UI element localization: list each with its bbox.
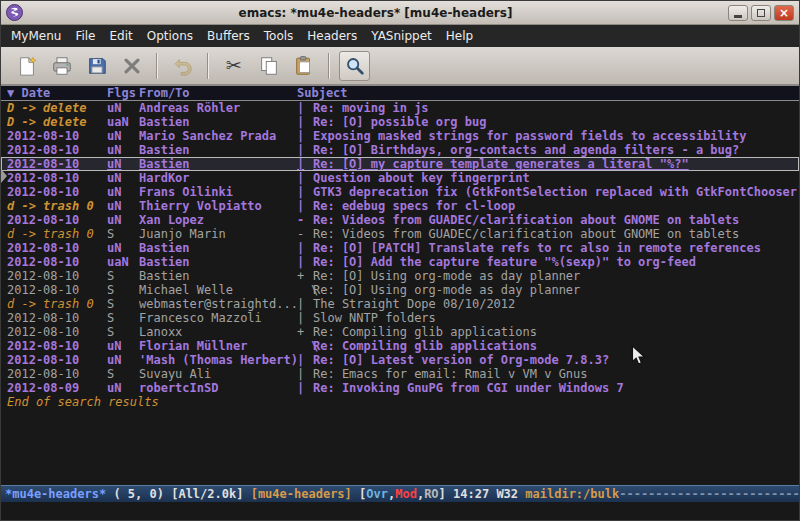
row-flags: uN [107, 157, 139, 171]
minimize-button[interactable] [728, 5, 748, 21]
new-file-button[interactable] [11, 51, 42, 81]
menu-item-mymenu[interactable]: MyMenu [4, 26, 68, 46]
row-from: 'Mash (Thomas Herbert) [139, 353, 297, 367]
header-line: ▼ Date Flgs From/To Subject [1, 85, 799, 101]
row-date: D -> delete [7, 115, 107, 129]
row-flags: uN [107, 213, 139, 227]
maximize-button[interactable] [751, 5, 771, 21]
row-from: Bastien [139, 115, 297, 129]
row-date: 2012-08-10 [7, 311, 107, 325]
row-date: 2012-08-10 [7, 339, 107, 353]
row-from: Juanjo Marin [139, 227, 297, 241]
header-row[interactable]: 2012-08-10 uN Florian Müllner \ Re: Comp… [1, 339, 799, 353]
row-thread-separator: | [297, 143, 313, 157]
close-button[interactable] [116, 51, 147, 81]
row-subject: Re: [O] Birthdays, org-contacts and agen… [313, 143, 799, 157]
header-row[interactable]: d -> trash 0 S webmaster@straightd... | … [1, 297, 799, 311]
title-bar: emacs: *mu4e-headers* [mu4e-headers] × [1, 1, 799, 25]
new-file-icon [16, 55, 38, 77]
row-subject: Re: [O] my capture template generates a … [313, 157, 799, 171]
undo-button[interactable] [167, 51, 198, 81]
row-from: Bastien [139, 157, 297, 171]
row-subject: Re: [O] Add the capture feature "%(sexp)… [313, 255, 799, 269]
mouse-cursor [631, 345, 647, 367]
modeline-segment: ( 5, 0) [106, 487, 171, 501]
minibuffer-echo-area[interactable] [1, 502, 799, 520]
header-row[interactable]: 2012-08-10 S Bastien + Re: [O] Using org… [1, 269, 799, 283]
copy-button[interactable] [253, 51, 284, 81]
row-flags: uN [107, 353, 139, 367]
row-subject: Re: Emacs for email: Rmail v VM v Gnus [313, 367, 799, 381]
header-row[interactable]: 2012-08-10 S Francesco Mazzoli | Slow NN… [1, 311, 799, 325]
menu-item-buffers[interactable]: Buffers [200, 26, 257, 46]
header-row[interactable]: 2012-08-10 uN 'Mash (Thomas Herbert) | R… [1, 353, 799, 367]
row-date: 2012-08-10 [7, 157, 107, 171]
menu-item-file[interactable]: File [68, 26, 102, 46]
row-thread-separator: \ [297, 283, 313, 297]
row-date: 2012-08-10 [7, 367, 107, 381]
toolbar-separator [207, 53, 209, 79]
header-row[interactable]: 2012-08-10 S Michael Welle \ Re: [O] Usi… [1, 283, 799, 297]
header-row[interactable]: 2012-08-10 uN Xan Lopez - Re: Videos fro… [1, 213, 799, 227]
row-subject: GTK3 deprecation fix (GtkFontSelection r… [313, 185, 799, 199]
copy-icon [258, 55, 280, 77]
menu-item-tools[interactable]: Tools [257, 26, 301, 46]
row-thread-separator: | [297, 157, 313, 171]
search-button[interactable] [339, 51, 370, 81]
header-row[interactable]: 2012-08-10 S Suvayu Ali | Re: Emacs for … [1, 367, 799, 381]
modeline-segment: Ovr [366, 487, 388, 501]
header-row[interactable]: D -> delete uaN Bastien | Re: [O] possib… [1, 115, 799, 129]
menu-item-options[interactable]: Options [140, 26, 200, 46]
menu-item-yasnippet[interactable]: YASnippet [364, 26, 439, 46]
window-title: emacs: *mu4e-headers* [mu4e-headers] [23, 6, 728, 20]
paste-icon [293, 55, 315, 77]
header-row[interactable]: 2012-08-10 uN HardKor | Question about k… [1, 171, 799, 185]
row-subject: Re: Videos from GUADEC/clarification abo… [313, 227, 799, 241]
header-row[interactable]: 2012-08-10 uN Bastien | Re: [O] Birthday… [1, 143, 799, 157]
row-date: 2012-08-10 [7, 129, 107, 143]
header-row[interactable]: 2012-08-10 uaN Bastien | Re: [O] Add the… [1, 255, 799, 269]
header-row[interactable]: 2012-08-10 S Lanoxx + Re: Compiling glib… [1, 325, 799, 339]
menu-item-edit[interactable]: Edit [103, 26, 140, 46]
menu-item-help[interactable]: Help [439, 26, 480, 46]
row-subject: Re: moving in js [313, 101, 799, 115]
row-date: 2012-08-10 [7, 241, 107, 255]
row-from: Michael Welle [139, 283, 297, 297]
header-row[interactable]: 2012-08-10 uN Bastien | Re: [O] my captu… [1, 157, 799, 171]
row-thread-separator: | [297, 101, 313, 115]
row-from: webmaster@straightd... [139, 297, 297, 311]
row-flags: uN [107, 339, 139, 353]
cut-button[interactable]: ✂ [218, 51, 249, 81]
header-row[interactable]: D -> delete uN Andreas Röhler | Re: movi… [1, 101, 799, 115]
column-header-flags[interactable]: Flgs [107, 86, 139, 100]
menu-item-headers[interactable]: Headers [300, 26, 364, 46]
row-from: Bastien [139, 143, 297, 157]
toolbar: ✂ [1, 47, 799, 85]
header-row[interactable]: d -> trash 0 S Juanjo Marin - Re: Videos… [1, 227, 799, 241]
emacs-window: emacs: *mu4e-headers* [mu4e-headers] × M… [0, 0, 800, 521]
column-header-subject[interactable]: Subject [297, 86, 799, 100]
row-flags: S [107, 269, 139, 283]
row-flags: S [107, 297, 139, 311]
header-row[interactable]: 2012-08-10 uN Bastien | Re: [O] [PATCH] … [1, 241, 799, 255]
header-row[interactable]: 2012-08-09 uN robertcInSD | Re: Invoking… [1, 381, 799, 395]
header-row[interactable]: 2012-08-10 uN Frans Oilinki | GTK3 depre… [1, 185, 799, 199]
modeline-segment: [All/2.0k] [171, 487, 250, 501]
column-header-from[interactable]: From/To [139, 86, 297, 100]
print-button[interactable] [46, 51, 77, 81]
paste-button[interactable] [288, 51, 319, 81]
row-thread-separator: | [297, 311, 313, 325]
close-button[interactable]: × [774, 5, 794, 21]
modeline-segment: 14:27 W32 [453, 487, 525, 501]
header-row[interactable]: d -> trash 0 uN Thierry Volpiatto | Re: … [1, 199, 799, 213]
column-header-date[interactable]: ▼ Date [7, 86, 107, 100]
emacs-app-icon [6, 4, 23, 21]
save-button[interactable] [81, 51, 112, 81]
headers-list: D -> delete uN Andreas Röhler | Re: movi… [1, 101, 799, 485]
row-from: Florian Müllner [139, 339, 297, 353]
header-row[interactable]: 2012-08-10 uN Mario Sanchez Prada | Expo… [1, 129, 799, 143]
row-thread-separator: | [297, 115, 313, 129]
close-icon [121, 55, 143, 77]
row-date: 2012-08-10 [7, 353, 107, 367]
row-date: 2012-08-09 [7, 381, 107, 395]
